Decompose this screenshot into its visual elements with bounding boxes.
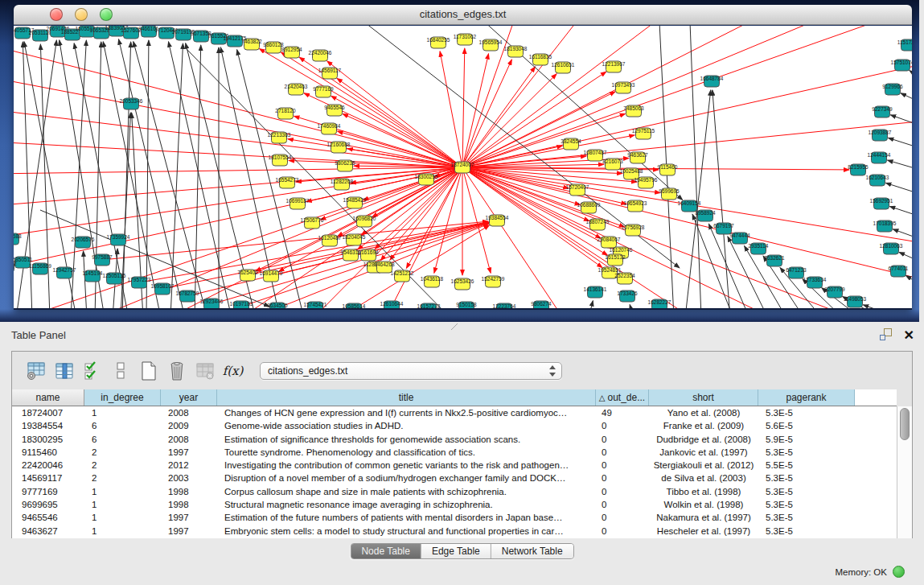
delete-table-button[interactable]: [194, 360, 216, 382]
table-row[interactable]: 946554611997Estimation of the future num…: [12, 511, 897, 524]
table-cell: Tourette syndrome. Phenomenology and cla…: [217, 446, 596, 459]
network-node-label: 19495796: [634, 177, 658, 183]
table-cell: 9699695: [12, 498, 84, 511]
network-node-label: 9860128: [263, 42, 284, 47]
column-header-in_degree[interactable]: in_degree: [84, 389, 161, 406]
table-cell-filler: [855, 433, 897, 446]
table-cell: 2009: [161, 419, 217, 432]
column-header-out_de[interactable]: △out_de...: [596, 389, 649, 406]
network-node-label: 1145194: [83, 270, 103, 276]
network-edge: [74, 43, 129, 308]
table-cell: 0: [596, 446, 649, 459]
column-header-short[interactable]: short: [649, 389, 758, 406]
network-canvas[interactable]: 1872400718300295746382298601288912954214…: [14, 26, 912, 308]
close-panel-icon[interactable]: ✕: [904, 329, 914, 342]
network-edge: [899, 252, 912, 262]
network-node-label: 11498053: [844, 296, 867, 302]
tab-edge-table[interactable]: Edge Table: [421, 544, 491, 558]
network-node-label: 18807249: [586, 219, 610, 225]
table-row[interactable]: 977716911998Corpus callosum shape and si…: [12, 485, 897, 498]
network-node-label: 12610651: [552, 62, 575, 68]
column-header-title[interactable]: title: [217, 389, 596, 406]
table-cell: 5.3E-5: [758, 485, 855, 498]
float-panel-icon[interactable]: [880, 328, 893, 342]
network-edge: [885, 183, 912, 194]
memory-status-indicator[interactable]: [893, 566, 905, 578]
column-header-year[interactable]: year: [161, 389, 217, 406]
table-cell: 1: [84, 485, 161, 498]
table-cell: 0: [596, 485, 649, 498]
close-window-button[interactable]: [50, 8, 63, 21]
table-cell: 2008: [161, 406, 217, 419]
table-cell: 5.3E-5: [758, 525, 855, 538]
sort-ascending-icon: △: [599, 393, 606, 402]
network-node-label: 7625402: [237, 270, 258, 275]
table-row[interactable]: 2242004622012Investigating the contribut…: [12, 459, 897, 472]
minimize-window-button[interactable]: [75, 8, 88, 21]
tab-network-table[interactable]: Network Table: [491, 544, 573, 558]
network-node-label: 9161694: [358, 249, 379, 255]
network-node-label: 17359924: [107, 234, 130, 240]
table-cell: 0: [596, 433, 649, 446]
new-document-button[interactable]: [138, 360, 159, 382]
network-edge: [462, 167, 912, 278]
table-cell: Structural magnetic resonance image aver…: [217, 498, 596, 511]
table-cell-filler: [855, 525, 897, 538]
delete-button[interactable]: [166, 360, 187, 382]
table-cell-filler: [855, 419, 897, 432]
clear-selection-button[interactable]: [109, 360, 131, 382]
table-row[interactable]: 1830029562008Estimation of significance …: [12, 433, 897, 446]
network-node-label: 19565954: [479, 39, 503, 45]
table-row[interactable]: 1872400712008Changes of HCN gene express…: [12, 406, 897, 419]
tab-node-table[interactable]: Node Table: [351, 544, 421, 558]
select-all-button[interactable]: [81, 360, 103, 382]
network-node-label: 12213363: [268, 132, 291, 138]
network-node-label: 10699187: [286, 198, 310, 204]
table-row[interactable]: 946362711997Embryonic stem cells: a mode…: [12, 525, 897, 538]
table-scrollbar[interactable]: [897, 406, 912, 538]
network-window-titlebar[interactable]: citations_edges.txt: [14, 5, 912, 25]
network-edge: [888, 138, 912, 148]
table-cell: 1: [84, 511, 161, 524]
network-node-label: 15692951: [870, 198, 893, 204]
table-cell: Estimation of the future numbers of pati…: [217, 511, 596, 524]
network-node-label: 29084067: [598, 237, 621, 242]
table-cell: 9115460: [12, 446, 84, 459]
network-node-label: 10197183: [230, 301, 253, 307]
column-header-pagerank[interactable]: pagerank: [758, 389, 855, 406]
function-builder-button[interactable]: f(x): [222, 360, 244, 382]
network-node-label: 10025488: [620, 168, 643, 174]
table-cell: 5.5E-5: [758, 459, 855, 472]
network-edge: [195, 45, 201, 308]
table-cell: 1998: [161, 498, 217, 511]
table-selector-dropdown[interactable]: citations_edges.txt: [260, 362, 562, 380]
network-node-label: 12160688: [327, 142, 351, 147]
table-cell: Wolkin et al. (1998): [649, 498, 758, 511]
column-header-name[interactable]: name: [12, 389, 84, 406]
memory-status-label: Memory: OK: [835, 567, 887, 577]
network-node-label: 10756928: [622, 225, 645, 230]
network-edge: [888, 160, 912, 170]
table-row[interactable]: 1456911722003Disruption of a novel membe…: [12, 472, 897, 484]
select-columns-button[interactable]: [53, 360, 75, 382]
network-node-label: 14569117: [318, 68, 342, 73]
table-cell: 14569117: [12, 472, 84, 484]
select-columns-icon: [54, 361, 75, 381]
table-settings-button[interactable]: [25, 360, 47, 382]
network-node-label: 15751074: [891, 60, 912, 65]
network-node-label: 19524851: [598, 267, 622, 273]
table-row[interactable]: 969969511998Structural magnetic resonanc…: [12, 498, 897, 511]
table-cell: Genome-wide association studies in ADHD.: [217, 419, 596, 432]
table-row[interactable]: 1938455462009Genome-wide association stu…: [12, 419, 897, 432]
table-cell: Hescheler et al. (1997): [649, 525, 758, 538]
table-cell: 2: [84, 446, 161, 459]
column-header-filler: [855, 389, 897, 406]
scrollbar-thumb[interactable]: [900, 408, 910, 440]
network-node-label: 10973493: [612, 82, 635, 88]
zoom-window-button[interactable]: [100, 8, 113, 21]
network-node-label: 20053346: [120, 98, 143, 104]
table-cell: Jankovic et al. (1997): [649, 446, 758, 459]
network-node-label: 1615132: [605, 254, 626, 260]
network-node-label: 16840255: [427, 37, 450, 43]
table-row[interactable]: 911546021997Tourette syndrome. Phenomeno…: [12, 446, 897, 459]
